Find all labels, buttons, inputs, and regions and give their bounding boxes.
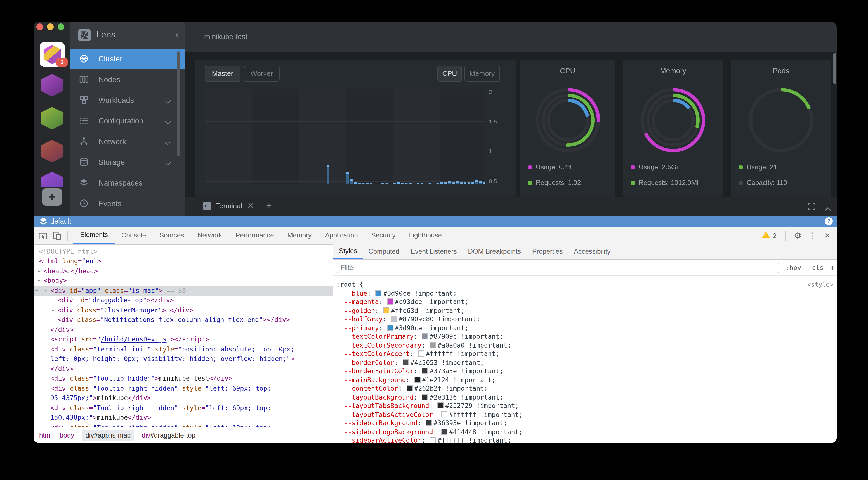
color-swatch[interactable] [437, 402, 443, 409]
terminal-close-icon[interactable]: ✕ [247, 197, 254, 215]
terminal-fullscreen-icon[interactable] [808, 202, 815, 212]
color-swatch[interactable] [387, 298, 393, 305]
css-declaration[interactable]: --blue: #3d90ce !important; [333, 289, 837, 298]
metric-tab-memory[interactable]: Memory [464, 66, 500, 81]
css-declaration[interactable]: --layoutTabsActiveColor: #ffffff !import… [333, 410, 837, 419]
dom-tree-node[interactable]: ▾<body> [34, 276, 333, 286]
css-declaration[interactable]: --golden: #ffc63d !important; [333, 307, 837, 315]
devtools-tab-elements[interactable]: Elements [73, 227, 115, 244]
cluster-4-button[interactable] [40, 139, 64, 163]
css-declaration[interactable]: --sidebarActiveColor: #ffffff !important… [333, 437, 837, 443]
add-cluster-button[interactable]: + [42, 188, 62, 206]
chevron-down-icon[interactable] [165, 98, 171, 104]
color-swatch[interactable] [422, 394, 428, 400]
color-swatch[interactable] [418, 350, 424, 356]
styles-filter-input[interactable] [337, 262, 779, 273]
styles-tab-event-listeners[interactable]: Event Listeners [405, 244, 462, 259]
css-declaration[interactable]: --textColorAccent: #ffffff !important; [333, 350, 837, 358]
styles-tab-computed[interactable]: Computed [363, 244, 405, 259]
css-declaration[interactable]: --halfGray: #87909c80 !important; [333, 315, 837, 324]
device-toolbar-icon[interactable] [53, 231, 62, 240]
devtools-tab-network[interactable]: Network [191, 227, 229, 244]
css-declaration[interactable]: --mainBackground: #1e2124 !important; [333, 376, 837, 384]
dom-tree-node[interactable]: </div> [34, 325, 333, 335]
help-button[interactable]: ? [825, 217, 833, 225]
color-swatch[interactable] [422, 368, 428, 374]
dom-tree-node[interactable]: 95.4375px;">minikube</div> [34, 393, 333, 403]
dom-tree-node[interactable]: <div class="Tooltip right hidden" style=… [34, 423, 333, 427]
dom-tree-node[interactable]: ▸<head>…</head> [34, 266, 333, 276]
css-declaration[interactable]: --sidebarBackground: #36393e !important; [333, 419, 837, 428]
cluster-2-button[interactable] [40, 73, 64, 97]
css-declaration[interactable]: --borderColor: #4c5053 !important; [333, 358, 837, 367]
sidebar-scrollbar[interactable] [177, 52, 180, 156]
breadcrumb-item[interactable]: html [39, 431, 52, 439]
dom-tree-node[interactable]: ▸<div class="ClusterManager">…</div> [34, 305, 333, 315]
color-swatch[interactable] [387, 324, 393, 331]
color-swatch[interactable] [403, 359, 409, 365]
namespace-label[interactable]: default [50, 216, 71, 227]
color-swatch[interactable] [430, 342, 436, 348]
sidebar-item-storage[interactable]: Storage [70, 152, 185, 173]
devtools-tab-performance[interactable]: Performance [229, 227, 280, 244]
cluster-3-button[interactable] [40, 106, 64, 130]
chevron-down-icon[interactable] [165, 139, 171, 145]
styles-tab-dom-breakpoints[interactable]: DOM Breakpoints [463, 244, 527, 259]
color-swatch[interactable] [383, 307, 390, 313]
dom-tree-node[interactable]: <div id="draggable-top"></div> [34, 296, 333, 305]
breadcrumb-item[interactable]: div#app.is-mac [82, 430, 134, 441]
dom-tree-node[interactable]: <div class="terminal-init" style="positi… [34, 344, 333, 354]
inspect-element-icon[interactable] [39, 231, 48, 240]
color-swatch[interactable] [426, 420, 432, 426]
styles-tab-accessibility[interactable]: Accessibility [568, 244, 616, 259]
warning-icon[interactable] [762, 231, 770, 241]
devtools-tab-console[interactable]: Console [115, 227, 153, 244]
color-swatch[interactable] [441, 428, 447, 435]
dom-tree-node[interactable]: <script src="/build/LensDev.js"></script… [34, 335, 333, 344]
dom-tree-node[interactable]: <html lang="en"> [34, 256, 333, 266]
node-tab-worker[interactable]: Worker [244, 66, 280, 81]
css-declaration[interactable]: --borderFaintColor: #373a3e !important; [333, 367, 837, 376]
color-swatch[interactable] [422, 333, 428, 339]
dom-tree-node[interactable]: 150.438px;">minikube</div> [34, 413, 333, 423]
cluster-5-button[interactable] [40, 171, 64, 187]
terminal-collapse-icon[interactable] [825, 203, 831, 213]
dom-tree-node[interactable]: <div class="Tooltip right hidden" style=… [34, 384, 333, 393]
sidebar-item-configuration[interactable]: Configuration [70, 111, 185, 131]
dom-tree-node[interactable]: </div> [34, 364, 333, 374]
css-declaration[interactable]: --contentColor: #262b2f !important; [333, 384, 837, 393]
disclosure-open-icon[interactable]: ▾ [44, 286, 47, 296]
new-style-rule-button[interactable]: + [830, 263, 835, 272]
color-swatch[interactable] [414, 376, 420, 382]
css-declaration[interactable]: --layoutBackground: #2e3136 !important; [333, 393, 837, 402]
css-declaration[interactable]: --layoutTabsBackground: #252729 !importa… [333, 402, 837, 410]
sidebar-item-cluster[interactable]: Cluster [70, 48, 185, 69]
css-declaration[interactable]: --primary: #3d90ce !important; [333, 324, 837, 333]
dom-tree-node[interactable]: <div class="Notifications flex column al… [34, 315, 333, 325]
color-swatch[interactable] [407, 385, 413, 391]
breadcrumb-item[interactable]: div#draggable-top [142, 431, 195, 439]
devtools-tab-sources[interactable]: Sources [153, 227, 191, 244]
css-declaration[interactable]: --sidebarLogoBackground: #414448 !import… [333, 428, 837, 437]
sidebar-item-network[interactable]: Network [70, 131, 185, 152]
color-swatch[interactable] [376, 290, 382, 296]
styles-tab-properties[interactable]: Properties [527, 244, 568, 259]
styles-tab-styles[interactable]: Styles [333, 244, 363, 259]
node-menu-icon[interactable]: ⋯ [35, 286, 39, 296]
dom-tree-node[interactable]: <div class="Tooltip hidden">minikube-tes… [34, 374, 333, 384]
class-toggle[interactable]: .cls [808, 264, 823, 272]
dom-tree-node[interactable]: left: 0px; height: 0px; visibility: hidd… [34, 354, 333, 364]
dom-tree-node[interactable]: <!DOCTYPE html> [34, 247, 333, 256]
disclosure-closed-icon[interactable]: ▸ [37, 266, 40, 276]
devtools-settings-icon[interactable]: ⚙ [794, 231, 801, 240]
css-declaration[interactable]: --magenta: #c93dce !important; [333, 298, 837, 307]
pseudo-state-toggle[interactable]: :hov [786, 264, 801, 272]
close-window-button[interactable] [36, 24, 43, 30]
cluster-minikube-active-button[interactable]: 3 [40, 42, 65, 67]
devtools-tab-memory[interactable]: Memory [281, 227, 318, 244]
content-scrollbar[interactable] [833, 53, 836, 84]
minimize-window-button[interactable] [47, 24, 54, 30]
breadcrumb-item[interactable]: body [60, 431, 74, 439]
devtools-close-icon[interactable]: × [825, 231, 830, 240]
chevron-down-icon[interactable] [165, 118, 171, 125]
